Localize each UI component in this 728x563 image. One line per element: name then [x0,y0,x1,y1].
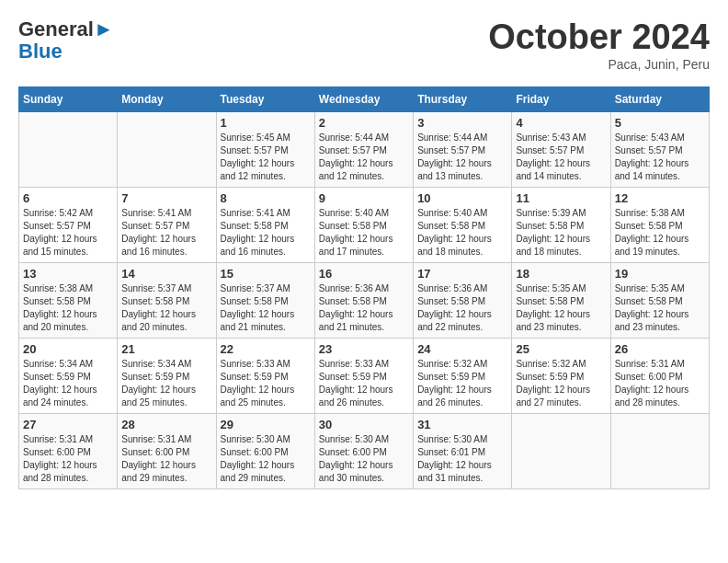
day-info: Sunrise: 5:32 AMSunset: 5:59 PMDaylight:… [417,358,507,409]
calendar-cell: 4Sunrise: 5:43 AMSunset: 5:57 PMDaylight… [512,111,610,187]
calendar-cell: 12Sunrise: 5:38 AMSunset: 5:58 PMDayligh… [610,187,709,262]
calendar-cell: 11Sunrise: 5:39 AMSunset: 5:58 PMDayligh… [512,187,610,262]
day-number: 1 [221,116,311,130]
day-number: 23 [319,342,409,356]
calendar-cell: 19Sunrise: 5:35 AMSunset: 5:58 PMDayligh… [610,262,709,338]
calendar-cell [118,111,216,187]
calendar-cell: 23Sunrise: 5:33 AMSunset: 5:59 PMDayligh… [314,338,413,413]
day-info: Sunrise: 5:38 AMSunset: 5:58 PMDaylight:… [23,282,113,334]
day-number: 22 [221,342,311,356]
logo-blue: Blue [18,40,63,63]
day-info: Sunrise: 5:45 AMSunset: 5:57 PMDaylight:… [221,132,311,183]
page-header: General► Blue October 2024 Paca, Junin, … [18,18,710,72]
calendar-table: SundayMondayTuesdayWednesdayThursdayFrid… [18,86,710,489]
day-number: 5 [615,116,705,130]
calendar-cell: 5Sunrise: 5:43 AMSunset: 5:57 PMDaylight… [610,111,709,187]
day-info: Sunrise: 5:43 AMSunset: 5:57 PMDaylight:… [615,132,705,183]
day-info: Sunrise: 5:30 AMSunset: 6:00 PMDaylight:… [319,433,409,485]
day-number: 15 [221,267,311,281]
calendar-cell: 28Sunrise: 5:31 AMSunset: 6:00 PMDayligh… [118,413,216,488]
col-header-thursday: Thursday [414,86,512,111]
day-info: Sunrise: 5:42 AMSunset: 5:57 PMDaylight:… [23,207,113,259]
calendar-cell: 24Sunrise: 5:32 AMSunset: 5:59 PMDayligh… [414,338,512,413]
day-info: Sunrise: 5:44 AMSunset: 5:57 PMDaylight:… [319,132,409,183]
day-info: Sunrise: 5:31 AMSunset: 6:00 PMDaylight:… [23,433,113,485]
calendar-cell: 6Sunrise: 5:42 AMSunset: 5:57 PMDaylight… [19,187,118,262]
calendar-cell: 16Sunrise: 5:36 AMSunset: 5:58 PMDayligh… [314,262,413,338]
week-row-2: 6Sunrise: 5:42 AMSunset: 5:57 PMDaylight… [19,187,710,262]
title-block: October 2024 Paca, Junin, Peru [488,18,710,72]
calendar-cell: 8Sunrise: 5:41 AMSunset: 5:58 PMDaylight… [216,187,314,262]
calendar-cell: 15Sunrise: 5:37 AMSunset: 5:58 PMDayligh… [216,262,314,338]
calendar-cell: 7Sunrise: 5:41 AMSunset: 5:57 PMDaylight… [118,187,216,262]
calendar-cell: 3Sunrise: 5:44 AMSunset: 5:57 PMDaylight… [414,111,512,187]
logo: General► Blue [18,18,114,63]
calendar-cell: 25Sunrise: 5:32 AMSunset: 5:59 PMDayligh… [512,338,610,413]
location-subtitle: Paca, Junin, Peru [488,57,710,72]
day-number: 20 [23,342,113,356]
calendar-cell [512,413,610,488]
day-info: Sunrise: 5:39 AMSunset: 5:58 PMDaylight:… [516,207,606,259]
calendar-cell: 22Sunrise: 5:33 AMSunset: 5:59 PMDayligh… [216,338,314,413]
logo-text: General► Blue [18,18,114,63]
day-info: Sunrise: 5:40 AMSunset: 5:58 PMDaylight:… [319,207,409,259]
calendar-cell: 30Sunrise: 5:30 AMSunset: 6:00 PMDayligh… [314,413,413,488]
day-number: 18 [516,267,606,281]
week-row-5: 27Sunrise: 5:31 AMSunset: 6:00 PMDayligh… [19,413,710,488]
day-number: 29 [221,418,311,431]
day-info: Sunrise: 5:41 AMSunset: 5:57 PMDaylight:… [121,207,211,259]
day-number: 30 [319,418,409,431]
day-number: 10 [417,191,507,205]
calendar-cell [610,413,709,488]
day-info: Sunrise: 5:34 AMSunset: 5:59 PMDaylight:… [121,358,211,409]
day-number: 3 [417,116,507,130]
day-info: Sunrise: 5:30 AMSunset: 6:00 PMDaylight:… [221,433,311,485]
day-info: Sunrise: 5:33 AMSunset: 5:59 PMDaylight:… [221,358,311,409]
day-number: 13 [23,267,113,281]
col-header-friday: Friday [512,86,610,111]
day-number: 24 [417,342,507,356]
calendar-cell: 10Sunrise: 5:40 AMSunset: 5:58 PMDayligh… [414,187,512,262]
day-info: Sunrise: 5:33 AMSunset: 5:59 PMDaylight:… [319,358,409,409]
day-info: Sunrise: 5:37 AMSunset: 5:58 PMDaylight:… [221,282,311,334]
day-number: 7 [121,191,211,205]
day-info: Sunrise: 5:31 AMSunset: 6:00 PMDaylight:… [121,433,211,485]
calendar-cell: 29Sunrise: 5:30 AMSunset: 6:00 PMDayligh… [216,413,314,488]
calendar-cell [19,111,118,187]
day-number: 26 [615,342,705,356]
day-info: Sunrise: 5:43 AMSunset: 5:57 PMDaylight:… [516,132,606,183]
day-info: Sunrise: 5:37 AMSunset: 5:58 PMDaylight:… [121,282,211,334]
day-number: 21 [121,342,211,356]
day-info: Sunrise: 5:40 AMSunset: 5:58 PMDaylight:… [417,207,507,259]
day-info: Sunrise: 5:41 AMSunset: 5:58 PMDaylight:… [221,207,311,259]
day-info: Sunrise: 5:31 AMSunset: 6:00 PMDaylight:… [615,358,705,409]
calendar-cell: 27Sunrise: 5:31 AMSunset: 6:00 PMDayligh… [19,413,118,488]
calendar-cell: 26Sunrise: 5:31 AMSunset: 6:00 PMDayligh… [610,338,709,413]
calendar-cell: 21Sunrise: 5:34 AMSunset: 5:59 PMDayligh… [118,338,216,413]
week-row-1: 1Sunrise: 5:45 AMSunset: 5:57 PMDaylight… [19,111,710,187]
col-header-sunday: Sunday [19,86,118,111]
day-number: 31 [417,418,507,431]
col-header-tuesday: Tuesday [216,86,314,111]
day-info: Sunrise: 5:36 AMSunset: 5:58 PMDaylight:… [417,282,507,334]
day-number: 28 [121,418,211,431]
calendar-cell: 2Sunrise: 5:44 AMSunset: 5:57 PMDaylight… [314,111,413,187]
week-row-3: 13Sunrise: 5:38 AMSunset: 5:58 PMDayligh… [19,262,710,338]
day-number: 9 [319,191,409,205]
logo-general: General [18,17,94,40]
day-number: 4 [516,116,606,130]
calendar-cell: 13Sunrise: 5:38 AMSunset: 5:58 PMDayligh… [19,262,118,338]
day-info: Sunrise: 5:38 AMSunset: 5:58 PMDaylight:… [615,207,705,259]
calendar-cell: 14Sunrise: 5:37 AMSunset: 5:58 PMDayligh… [118,262,216,338]
calendar-cell: 31Sunrise: 5:30 AMSunset: 6:01 PMDayligh… [414,413,512,488]
day-info: Sunrise: 5:35 AMSunset: 5:58 PMDaylight:… [516,282,606,334]
day-info: Sunrise: 5:34 AMSunset: 5:59 PMDaylight:… [23,358,113,409]
day-number: 17 [417,267,507,281]
day-number: 2 [319,116,409,130]
day-number: 11 [516,191,606,205]
col-header-wednesday: Wednesday [314,86,413,111]
day-info: Sunrise: 5:36 AMSunset: 5:58 PMDaylight:… [319,282,409,334]
week-row-4: 20Sunrise: 5:34 AMSunset: 5:59 PMDayligh… [19,338,710,413]
calendar-cell: 1Sunrise: 5:45 AMSunset: 5:57 PMDaylight… [216,111,314,187]
day-number: 25 [516,342,606,356]
